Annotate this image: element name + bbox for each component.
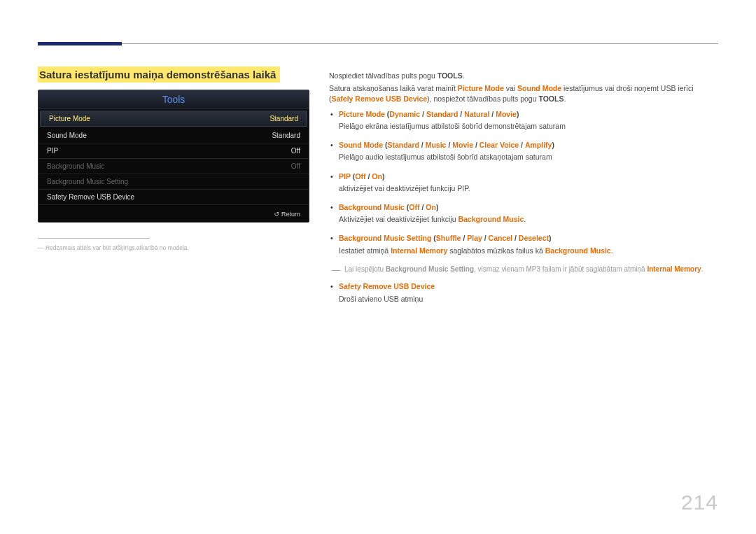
tools-row-label: Picture Mode — [49, 115, 90, 122]
intro-line-1: Nospiediet tālvadības pults pogu TOOLS. — [329, 71, 718, 81]
tools-row-value: Off — [291, 147, 300, 155]
page-number: 214 — [681, 491, 718, 514]
tools-panel: Tools Picture ModeStandardSound ModeStan… — [38, 90, 309, 223]
tools-row-label: Sound Mode — [47, 132, 87, 139]
item-background-music-setting: Background Music Setting (Shuffle / Play… — [329, 233, 718, 255]
tools-row: Background MusicOff — [38, 159, 309, 174]
tools-row-label: Background Music Setting — [47, 178, 128, 185]
section-title: Satura iestatījumu maiņa demonstrēšanas … — [38, 66, 280, 83]
item-safety-remove-usb: Safety Remove USB Device Droši atvieno U… — [329, 281, 718, 304]
return-label: Return — [281, 211, 300, 218]
tools-row-label: Safety Remove USB Device — [47, 193, 134, 201]
item-sound-mode: Sound Mode (Standard / Music / Movie / C… — [329, 140, 718, 162]
footnote-text: Redzamais attēls var būt atšķirīgs atkar… — [38, 244, 309, 251]
tools-row: Sound ModeStandard — [38, 128, 309, 143]
tools-row-label: Background Music — [47, 162, 104, 170]
tools-row-label: PIP — [47, 147, 58, 155]
tools-row-value: Standard — [270, 115, 298, 122]
item-background-music: Background Music (Off / On) Aktivizējiet… — [329, 202, 718, 225]
tools-panel-title: Tools — [38, 90, 309, 109]
top-rule — [38, 43, 718, 44]
tools-row-value: Standard — [272, 132, 300, 139]
item-picture-mode: Picture Mode (Dynamic / Standard / Natur… — [329, 109, 718, 132]
return-icon: ↻ — [274, 211, 279, 218]
tools-row: Picture ModeStandard — [40, 111, 307, 127]
note-bgm-requirement: Lai iespējotu Background Music Setting, … — [329, 265, 718, 275]
item-pip: PIP (Off / On) aktivizējiet vai deaktivi… — [329, 171, 718, 194]
tools-row-value: Off — [291, 162, 300, 170]
tools-row: PIPOff — [38, 143, 309, 159]
intro-line-2: Satura atskaņošanas laikā varat mainīt P… — [329, 83, 718, 104]
footnote-rule — [38, 238, 150, 239]
tools-footer: ↻Return — [38, 205, 309, 222]
tools-row: Background Music Setting — [38, 174, 309, 190]
tools-row: Safety Remove USB Device — [38, 190, 309, 205]
